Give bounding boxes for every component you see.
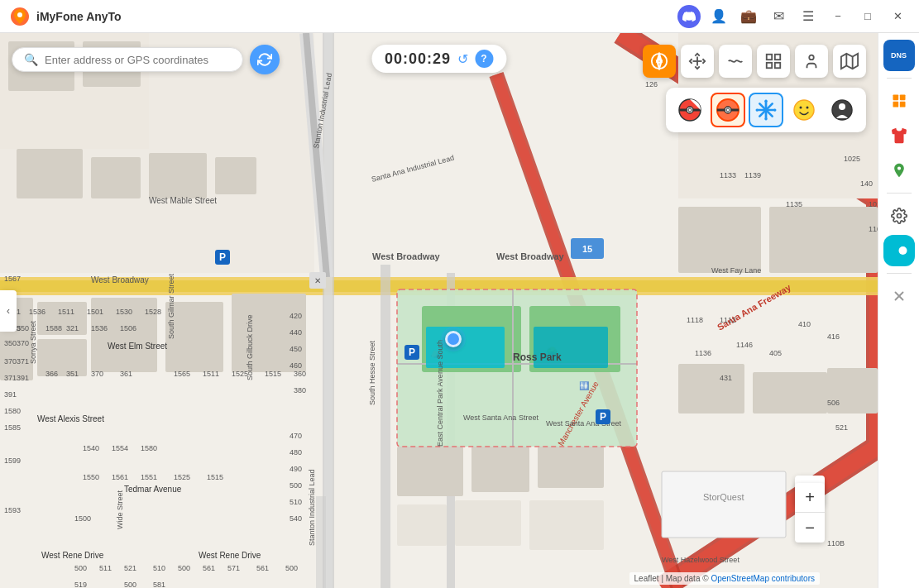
svg-text:1530: 1530: [116, 308, 132, 316]
briefcase-icon[interactable]: 💼: [737, 5, 760, 28]
svg-point-203: [807, 107, 809, 109]
svg-text:380: 380: [294, 386, 306, 394]
svg-rect-177: [767, 55, 772, 60]
character-button[interactable]: [825, 93, 859, 127]
search-input[interactable]: [45, 54, 231, 66]
smiley-button[interactable]: [787, 93, 821, 127]
freeze-button[interactable]: [749, 93, 783, 127]
window-controls: 👤 💼 ✉ ☰ − □ ✕: [677, 5, 909, 28]
svg-point-197: [764, 100, 767, 103]
svg-point-181: [809, 55, 814, 60]
svg-rect-13: [215, 157, 256, 194]
zone-button[interactable]: [757, 45, 790, 78]
svg-rect-34: [455, 500, 521, 546]
pokeball-button-2[interactable]: [711, 93, 745, 127]
shirt-button[interactable]: [883, 120, 915, 151]
top-toolbar: [643, 45, 866, 78]
svg-text:1135: 1135: [786, 200, 802, 208]
svg-text:Wide Street: Wide Street: [116, 490, 124, 529]
svg-text:1561: 1561: [112, 473, 128, 481]
svg-text:West Rene Drive: West Rene Drive: [199, 551, 261, 560]
pokeball-button-1[interactable]: [672, 93, 707, 127]
svg-text:Stanton Industrial Lead: Stanton Industrial Lead: [308, 469, 316, 546]
svg-text:West Rene Drive: West Rene Drive: [41, 551, 104, 560]
svg-text:460: 460: [290, 361, 302, 370]
svg-text:West Broadway: West Broadway: [372, 251, 441, 261]
svg-text:511: 511: [99, 564, 112, 572]
svg-text:West Hazelwood Street: West Hazelwood Street: [662, 556, 740, 564]
sidebar-divider-3: [887, 273, 912, 274]
svg-point-1: [17, 12, 22, 17]
svg-rect-29: [534, 327, 608, 368]
discord-icon[interactable]: [677, 5, 701, 28]
map-view-button[interactable]: [833, 45, 866, 78]
svg-rect-211: [899, 102, 905, 108]
svg-text:1525: 1525: [174, 473, 190, 481]
osm-link[interactable]: OpenStreetMap contributors: [711, 574, 815, 583]
svg-text:370: 370: [91, 370, 103, 378]
move-button[interactable]: [681, 45, 714, 78]
svg-text:360: 360: [294, 370, 306, 378]
svg-rect-7: [381, 265, 390, 588]
right-sidebar: DNS: [878, 33, 919, 588]
svg-text:1585: 1585: [4, 423, 21, 432]
svg-text:Sonya Street: Sonya Street: [29, 320, 37, 364]
nav-panel-toggle[interactable]: ‹: [0, 290, 17, 332]
tool-orange-button[interactable]: [883, 85, 915, 117]
compass-button[interactable]: [643, 45, 676, 78]
svg-text:440: 440: [290, 328, 302, 337]
svg-text:500: 500: [74, 564, 87, 572]
dns-button[interactable]: DNS: [883, 40, 915, 71]
svg-text:P: P: [409, 347, 415, 358]
search-bar: 🔍: [12, 45, 280, 74]
person-button[interactable]: [795, 45, 828, 78]
toggle-button[interactable]: [883, 235, 915, 266]
app-title: iMyFone AnyTo: [36, 10, 677, 23]
svg-rect-31: [471, 447, 529, 492]
refresh-location-button[interactable]: [250, 45, 280, 74]
svg-text:470: 470: [290, 432, 302, 440]
svg-text:581: 581: [153, 581, 165, 588]
title-bar: iMyFone AnyTo 👤 💼 ✉ ☰ − □ ✕: [0, 0, 919, 33]
email-icon[interactable]: ✉: [767, 5, 790, 28]
svg-text:1511: 1511: [58, 308, 74, 316]
menu-icon[interactable]: ☰: [797, 5, 820, 28]
timer-help-button[interactable]: ?: [475, 50, 493, 68]
timer-refresh-icon[interactable]: ↺: [457, 51, 468, 67]
minimize-button[interactable]: −: [826, 5, 850, 28]
svg-text:540: 540: [290, 514, 302, 523]
svg-rect-37: [678, 207, 761, 273]
svg-rect-32: [538, 447, 604, 488]
svg-text:450: 450: [290, 345, 302, 353]
svg-text:1028: 1028: [869, 200, 878, 208]
zoom-out-button[interactable]: −: [795, 513, 825, 543]
user-icon[interactable]: 👤: [707, 5, 730, 28]
svg-text:1588: 1588: [45, 324, 62, 332]
svg-text:West Santa Ana Street: West Santa Ana Street: [463, 414, 538, 422]
svg-rect-33: [397, 504, 447, 546]
settings-button[interactable]: [883, 200, 915, 232]
close-button[interactable]: ✕: [886, 5, 909, 28]
map-pin-button[interactable]: [883, 155, 915, 186]
svg-text:1136: 1136: [695, 349, 711, 357]
svg-text:1536: 1536: [91, 324, 108, 332]
svg-text:510: 510: [290, 498, 302, 506]
search-input-wrapper[interactable]: 🔍: [12, 47, 243, 72]
svg-text:370: 370: [17, 339, 29, 347]
svg-text:1550: 1550: [83, 473, 99, 481]
path-button[interactable]: [719, 45, 752, 78]
svg-text:1025: 1025: [844, 155, 860, 163]
svg-text:1565: 1565: [174, 370, 190, 378]
zoom-controls: + −: [795, 483, 825, 543]
svg-text:East Central Park Avenue South: East Central Park Avenue South: [436, 340, 444, 447]
sidebar-close-button[interactable]: [883, 280, 915, 312]
svg-text:321: 321: [66, 324, 79, 332]
svg-text:420: 420: [290, 312, 302, 320]
maximize-button[interactable]: □: [856, 5, 879, 28]
svg-text:1593: 1593: [4, 506, 21, 514]
svg-text:351: 351: [66, 370, 79, 378]
svg-point-214: [898, 246, 907, 255]
map-area[interactable]: ⛺ 🌳 🚻: [0, 33, 878, 588]
svg-rect-208: [893, 95, 898, 101]
zoom-in-button[interactable]: +: [795, 483, 825, 513]
